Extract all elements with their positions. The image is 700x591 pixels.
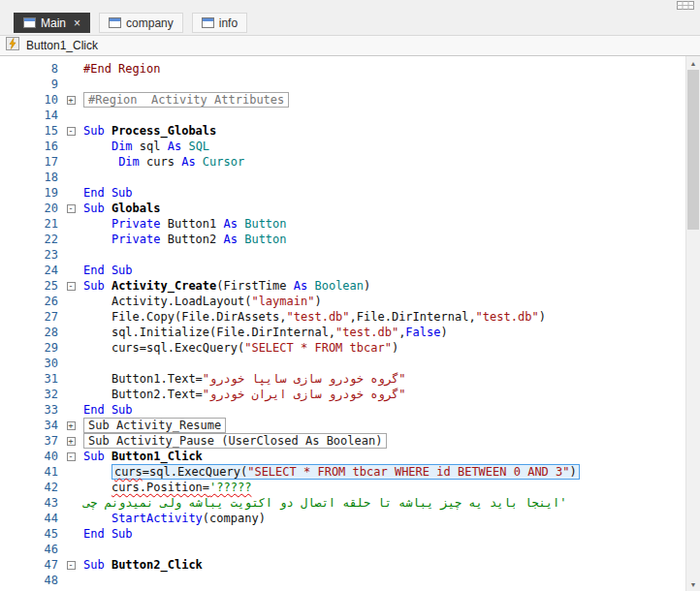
code-line[interactable]: 33End Sub	[0, 402, 685, 418]
scroll-up-icon[interactable]: ▲	[686, 56, 700, 70]
line-number: 37	[0, 433, 58, 449]
code-token: Button2.Text=	[111, 388, 203, 401]
code-line[interactable]: 41 curs=sql.ExecQuery("SELECT * FROM tbc…	[0, 464, 685, 480]
scroll-down-icon[interactable]: ▼	[686, 577, 700, 591]
code-line[interactable]: 42 curs.Position='?????	[0, 480, 685, 495]
fold-column	[58, 356, 83, 371]
code-line[interactable]: 44 StartActivity(company)	[0, 511, 685, 526]
code-line[interactable]: 24End Sub	[0, 263, 685, 278]
line-number: 10	[0, 92, 58, 108]
line-number: 48	[0, 573, 58, 588]
scrollbar-thumb[interactable]	[687, 70, 699, 230]
close-tab-icon[interactable]: ×	[74, 16, 80, 30]
line-number: 42	[0, 480, 58, 495]
fold-column	[58, 139, 83, 154]
fold-column	[58, 61, 83, 77]
code-line[interactable]: 29 curs=sql.ExecQuery("SELECT * FROM tbc…	[0, 340, 685, 356]
form-icon	[109, 17, 121, 28]
tab-label: company	[126, 16, 174, 30]
code-text: Private Button2 As Button	[83, 232, 685, 247]
code-line[interactable]: 8#End Region	[0, 61, 685, 77]
code-text: End Sub	[83, 402, 685, 418]
code-text: File.Copy(File.DirAssets,"test.db",File.…	[83, 309, 685, 325]
fold-toggle-icon[interactable]: -	[67, 561, 76, 570]
code-token: "laymain"	[251, 295, 314, 308]
code-token: '?????	[209, 481, 251, 494]
code-token: Button2_Click	[111, 558, 203, 572]
indent	[83, 481, 111, 494]
code-line[interactable]: 21 Private Button1 As Button	[0, 216, 685, 232]
line-number: 46	[0, 542, 58, 557]
tab-main[interactable]: Main ×	[14, 13, 90, 33]
code-token: "SELECT * FROM tbcar WHERE id BETWEEN 0 …	[247, 465, 569, 479]
code-line[interactable]: 32 Button2.Text="گروه خودرو سازی ایران خ…	[0, 387, 685, 402]
code-text: Sub Activity_Pause (UserClosed As Boolea…	[83, 433, 685, 449]
fold-toggle-icon[interactable]: -	[67, 452, 76, 461]
line-number: 14	[0, 108, 58, 123]
fold-toggle-icon[interactable]: -	[67, 204, 76, 213]
code-line[interactable]: 27 File.Copy(File.DirAssets,"test.db",Fi…	[0, 309, 685, 325]
code-line[interactable]: 16 Dim sql As SQL	[0, 139, 685, 154]
code-text: curs=sql.ExecQuery("SELECT * FROM tbcar …	[83, 464, 685, 480]
fold-column	[58, 542, 83, 557]
code-line[interactable]: 14	[0, 108, 685, 123]
code-line[interactable]: 34+Sub Activity_Resume	[0, 418, 685, 433]
code-token: curs.Position=	[111, 481, 209, 494]
fold-column	[58, 216, 83, 232]
current-member-bar[interactable]: Button1_Click	[0, 35, 700, 56]
code-line[interactable]: 17 Dim curs As Cursor	[0, 154, 685, 170]
current-statement-highlight: curs=sql.ExecQuery("SELECT * FROM tbcar …	[111, 464, 580, 480]
code-line[interactable]: 48	[0, 573, 685, 588]
form-icon	[23, 17, 36, 28]
code-token: Dim	[118, 155, 146, 169]
code-line[interactable]: 15-Sub Process_Globals	[0, 123, 685, 139]
code-text: Sub Activity_Resume	[83, 418, 685, 433]
fold-column	[58, 464, 83, 480]
fold-toggle-icon[interactable]: +	[67, 437, 76, 446]
code-line[interactable]: 9	[0, 77, 685, 92]
fold-column	[58, 495, 83, 511]
code-line[interactable]: 25-Sub Activity_Create(FirstTime As Bool…	[0, 278, 685, 294]
code-line[interactable]: 31 Button1.Text="گروه خودرو سازی سایپا خ…	[0, 371, 685, 387]
fold-column	[58, 247, 83, 263]
grid-icon[interactable]	[677, 1, 694, 10]
code-token: Process_Globals	[111, 124, 216, 138]
vertical-scrollbar[interactable]: ▲ ▼	[685, 56, 700, 591]
code-line[interactable]: 26 Activity.LoadLayout("laymain")	[0, 294, 685, 309]
code-token: File.Copy(File.DirAssets,	[111, 310, 287, 324]
code-line[interactable]: 22 Private Button2 As Button	[0, 232, 685, 247]
code-line[interactable]: 40-Sub Button1_Click	[0, 449, 685, 464]
code-token: Sub	[83, 124, 111, 138]
tab-info[interactable]: info	[192, 13, 247, 33]
ide-window: Main × company info Button1_Click 8#End …	[0, 0, 700, 591]
line-number: 23	[0, 247, 58, 263]
code-line[interactable]: 47-Sub Button2_Click	[0, 557, 685, 573]
code-line[interactable]: 23	[0, 247, 685, 263]
fold-toggle-icon[interactable]: +	[67, 96, 76, 105]
code-token: "test.db"	[476, 310, 539, 324]
code-line[interactable]: 19End Sub	[0, 185, 685, 201]
fold-column: +	[58, 433, 83, 449]
code-token: ,File.DirInternal,	[350, 310, 476, 324]
code-line[interactable]: 45End Sub	[0, 526, 685, 542]
code-token: Button	[244, 233, 286, 246]
code-line[interactable]: 46	[0, 542, 685, 557]
code-line[interactable]: 18	[0, 170, 685, 185]
fold-column	[58, 511, 83, 526]
tab-company[interactable]: company	[99, 13, 183, 33]
code-token: Button1.Text=	[111, 372, 203, 386]
code-token: 'اینجا باید یه چیز یباشه تا حلقه اتصال د…	[83, 496, 567, 510]
fold-toggle-icon[interactable]: +	[67, 421, 76, 430]
code-line[interactable]: 37+Sub Activity_Pause (UserClosed As Boo…	[0, 433, 685, 449]
fold-toggle-icon[interactable]: -	[67, 127, 76, 136]
code-line[interactable]: 10+#Region Activity Attributes	[0, 92, 685, 108]
code-line[interactable]: 30	[0, 356, 685, 371]
code-line[interactable]: 43'اینجا باید یه چیز یباشه تا حلقه اتصال…	[0, 495, 685, 511]
code-text: End Sub	[83, 526, 685, 542]
code-line[interactable]: 20-Sub Globals	[0, 201, 685, 216]
code-token: #End Region	[83, 62, 160, 76]
line-number: 22	[0, 232, 58, 247]
fold-toggle-icon[interactable]: -	[67, 282, 76, 291]
code-token: Cursor	[203, 155, 244, 169]
code-line[interactable]: 28 sql.Initialize(File.DirInternal,"test…	[0, 325, 685, 340]
